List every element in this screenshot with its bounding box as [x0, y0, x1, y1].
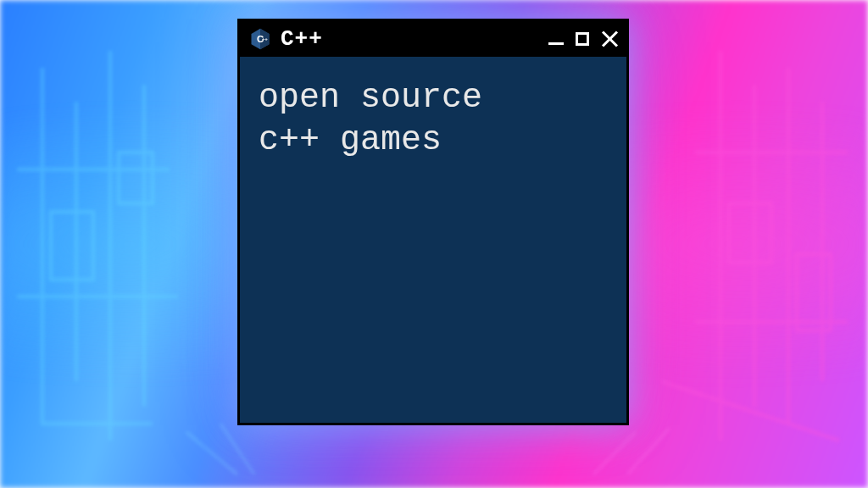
terminal-text: open source c++ games — [259, 77, 608, 162]
svg-rect-1 — [119, 152, 153, 203]
svg-rect-3 — [797, 254, 831, 330]
window-titlebar[interactable]: C ++ C++ — [240, 21, 626, 57]
cpp-logo-icon: C ++ — [248, 27, 272, 51]
svg-text:++: ++ — [262, 36, 269, 42]
window-controls — [548, 30, 618, 47]
terminal-window: C ++ C++ open source c++ games — [237, 19, 629, 425]
close-icon[interactable] — [601, 30, 618, 47]
svg-rect-2 — [729, 203, 771, 263]
minimize-icon[interactable] — [548, 42, 564, 45]
maximize-icon[interactable] — [576, 32, 589, 46]
terminal-body[interactable]: open source c++ games — [240, 57, 626, 423]
svg-rect-0 — [51, 212, 93, 280]
window-title: C++ — [281, 26, 540, 52]
